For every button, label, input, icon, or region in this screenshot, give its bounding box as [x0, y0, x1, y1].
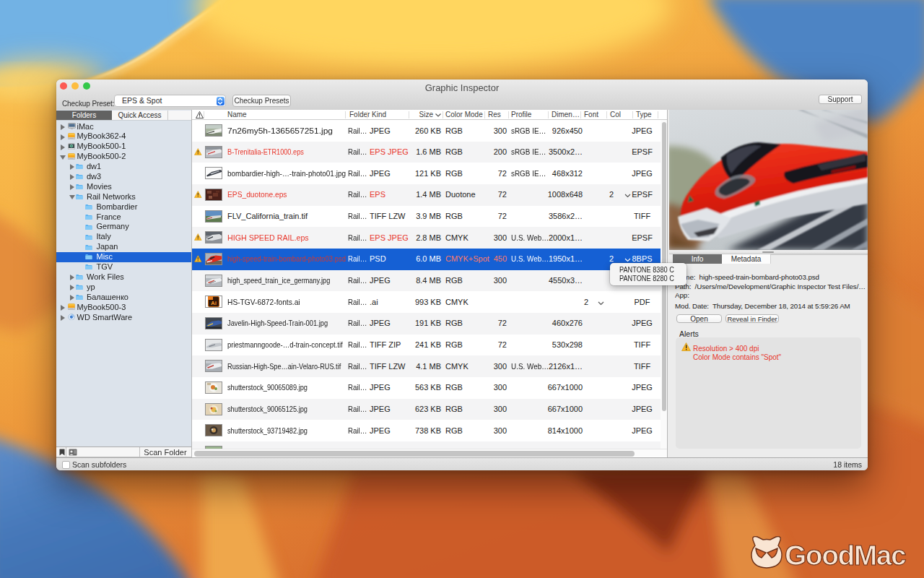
- svg-text:Ai: Ai: [211, 300, 217, 306]
- svg-text:GoodMac: GoodMac: [785, 540, 906, 571]
